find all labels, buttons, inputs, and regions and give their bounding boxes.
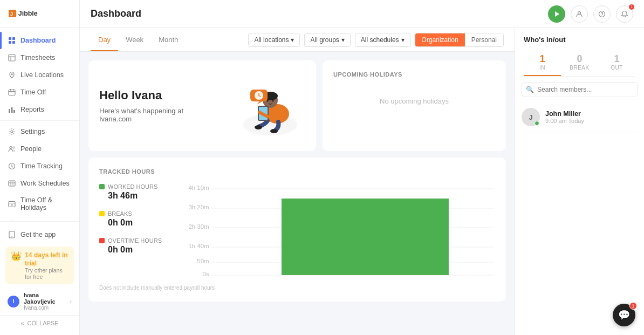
groups-filter[interactable]: All groups ▾ xyxy=(304,33,350,47)
person-illustration xyxy=(235,73,305,138)
svg-rect-16 xyxy=(11,107,13,113)
play-button[interactable] xyxy=(548,5,565,23)
svg-point-39 xyxy=(602,15,602,16)
tracked-note: Does not include manually entered payrol… xyxy=(99,285,495,291)
in-count-number: 1 xyxy=(526,53,559,65)
time-off-icon xyxy=(8,200,16,208)
holidays-card: UPCOMING HOLIDAYS No upcoming holidays xyxy=(323,60,506,151)
svg-text:Jibble: Jibble xyxy=(18,10,38,17)
in-count-tab[interactable]: 1 IN xyxy=(524,49,561,76)
breaks-dot xyxy=(99,211,105,216)
chevron-down-icon: ▾ xyxy=(401,36,405,44)
tab-month[interactable]: Month xyxy=(151,29,186,51)
users-icon xyxy=(8,145,16,153)
personal-toggle-btn[interactable]: Personal xyxy=(465,33,503,46)
location-icon xyxy=(8,220,16,221)
whos-in-counts: 1 IN 0 BREAK 1 OUT xyxy=(524,49,635,77)
user-name: Ivana Jakovljevic xyxy=(24,292,65,305)
sidebar-item-get-app[interactable]: Get the app xyxy=(0,226,79,243)
out-label: OUT xyxy=(600,65,633,71)
svg-text:J: J xyxy=(10,11,13,17)
schedules-filter[interactable]: All schedules ▾ xyxy=(355,33,410,47)
profile-button[interactable] xyxy=(571,5,588,23)
svg-text:50m: 50m xyxy=(197,258,209,264)
svg-point-46 xyxy=(255,125,262,129)
sidebar-label-dashboard: Dashboard xyxy=(20,37,56,44)
svg-point-19 xyxy=(10,147,12,149)
org-personal-toggle: Organization Personal xyxy=(415,33,504,47)
sidebar-item-work-schedules[interactable]: Work Schedules xyxy=(0,175,79,192)
question-icon xyxy=(598,10,606,18)
hello-greeting: Hello Ivana xyxy=(99,88,183,102)
svg-point-35 xyxy=(11,236,12,237)
break-label: BREAK xyxy=(563,65,596,71)
topbar: Dashboard 1 xyxy=(80,0,644,28)
sidebar-item-time-tracking[interactable]: Time Tracking xyxy=(0,158,79,175)
hello-subtitle: Here's what's happening at Ivana.com xyxy=(99,107,183,123)
sidebar-item-live-locations[interactable]: Live Locations xyxy=(0,66,79,84)
help-button[interactable] xyxy=(593,5,611,23)
svg-point-18 xyxy=(11,131,13,133)
search-icon: 🔍 xyxy=(526,86,534,93)
sidebar-item-reports[interactable]: Reports xyxy=(0,101,79,118)
breaks-value: 0h 0m xyxy=(108,218,175,228)
out-count-tab[interactable]: 1 OUT xyxy=(598,49,635,76)
overtime-value: 0h 0m xyxy=(108,245,175,255)
break-count-number: 0 xyxy=(563,53,596,65)
svg-point-20 xyxy=(13,147,15,148)
worked-hours-legend: WORKED HOURS 3h 46m xyxy=(99,183,175,201)
member-info: John Miller 9:00 am Today xyxy=(545,110,638,124)
hello-illustration xyxy=(235,73,305,138)
sidebar-item-time-off[interactable]: Time Off xyxy=(0,84,79,101)
tab-week[interactable]: Week xyxy=(118,29,151,51)
holidays-title: UPCOMING HOLIDAYS xyxy=(333,71,495,78)
overtime-legend: OVERTIME HOURS 0h 0m xyxy=(99,237,175,255)
sidebar-item-people[interactable]: People xyxy=(0,140,79,158)
grid-icon xyxy=(8,36,16,45)
worked-dot xyxy=(99,184,105,189)
tabs-bar: Day Week Month All locations ▾ All xyxy=(80,28,515,52)
svg-rect-22 xyxy=(9,181,15,186)
trial-banner[interactable]: 👑 14 days left in trial Try other plans … xyxy=(5,247,74,284)
svg-rect-6 xyxy=(12,41,15,44)
organization-toggle-btn[interactable]: Organization xyxy=(415,33,465,46)
svg-rect-11 xyxy=(9,90,15,95)
whos-in-title: Who's in/out xyxy=(524,36,635,44)
svg-text:2h 30m: 2h 30m xyxy=(188,224,209,230)
sidebar-label-time-off: Time Off xyxy=(20,88,46,96)
whos-in-panel: Who's in/out 1 IN 0 BREAK 1 OUT xyxy=(515,28,644,335)
page-title: Dashboard xyxy=(91,8,141,19)
logo-area: J Jibble xyxy=(0,0,79,28)
sidebar-item-settings[interactable]: Settings xyxy=(0,123,79,140)
tab-day[interactable]: Day xyxy=(91,29,118,51)
user-circle-icon xyxy=(576,10,583,18)
locations-filter[interactable]: All locations ▾ xyxy=(248,33,300,47)
sidebar-label-settings: Settings xyxy=(20,128,45,135)
sidebar-item-locations[interactable]: Locations xyxy=(0,216,79,221)
svg-point-28 xyxy=(11,204,13,206)
user-profile-row[interactable]: I Ivana Jakovljevic Ivana.com › xyxy=(0,288,79,315)
clock-icon xyxy=(8,162,16,170)
bar-chart-icon xyxy=(8,105,16,114)
member-search[interactable]: 🔍 xyxy=(522,82,638,97)
chevron-down-icon: ▾ xyxy=(341,36,345,44)
calendar-icon xyxy=(8,88,16,97)
break-count-tab[interactable]: 0 BREAK xyxy=(561,49,598,76)
sidebar-label-people: People xyxy=(20,145,42,153)
notifications-button[interactable]: 1 xyxy=(616,5,633,23)
no-holidays-text: No upcoming holidays xyxy=(333,86,495,116)
member-time: 9:00 am Today xyxy=(545,118,638,124)
sidebar-item-timesheets[interactable]: Timesheets xyxy=(0,49,79,66)
sidebar-item-dashboard[interactable]: Dashboard xyxy=(0,32,79,49)
search-input[interactable] xyxy=(522,82,638,97)
sidebar-label-work-schedules: Work Schedules xyxy=(20,180,70,187)
user-avatar: I xyxy=(8,296,19,307)
chat-widget[interactable]: 💬 1 xyxy=(613,304,635,326)
sidebar-nav: Dashboard Timesheets Live Locations Time… xyxy=(0,28,79,221)
sidebar-item-time-off-holidays[interactable]: Time Off & Holidays xyxy=(0,192,79,216)
user-email: Ivana.com xyxy=(24,305,65,311)
out-count-number: 1 xyxy=(600,53,633,65)
worked-value: 3h 46m xyxy=(108,191,175,201)
collapse-button[interactable]: « COLLAPSE xyxy=(0,315,79,331)
bar-chart-svg: 4h 10m 3h 20m 2h 30m 1h 40m 50m 0s xyxy=(186,183,495,281)
